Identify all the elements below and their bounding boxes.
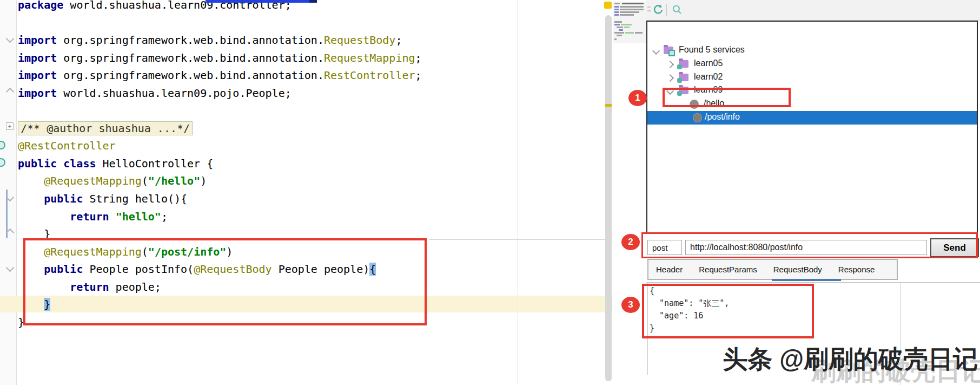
- inspection-status-square[interactable]: [604, 2, 612, 9]
- code-line[interactable]: [18, 14, 422, 32]
- minimap-bar: [619, 29, 623, 31]
- minimap-bar: [614, 21, 622, 23]
- tree-row-label: Found 5 services: [679, 45, 745, 55]
- minimap-bar: [614, 3, 620, 4]
- fold-marker-icon[interactable]: +: [6, 122, 14, 130]
- minimap-bar: [620, 14, 634, 16]
- minimap-bar: [621, 24, 632, 25]
- minimap-bar: [620, 11, 639, 13]
- code-line[interactable]: [18, 102, 422, 120]
- code-minimap[interactable]: [613, 2, 646, 43]
- right-margin-guide: [517, 0, 518, 385]
- annotation-box-code: [23, 238, 427, 325]
- minimap-bar: [614, 11, 619, 13]
- tree-row-learn05[interactable]: learn05: [647, 57, 977, 71]
- warning-stripe-marker[interactable]: [605, 104, 612, 107]
- spring-bean-gutter-icon[interactable]: [0, 141, 5, 149]
- editor-gutter: +: [0, 0, 17, 385]
- folder-badge-icon: [677, 64, 682, 69]
- minimap-bar: [622, 3, 644, 4]
- annotation-badge-3: 3: [621, 297, 640, 313]
- tree-row--post-info[interactable]: /post/info: [647, 111, 977, 125]
- body-panel-border: [646, 282, 980, 283]
- code-line[interactable]: import world.shuashua.learn09.pojo.Peopl…: [18, 84, 422, 102]
- divider-line: [429, 239, 612, 240]
- tree-row-found-5-services[interactable]: Found 5 services: [647, 44, 977, 57]
- code-line[interactable]: import org.springframework.web.bind.anno…: [18, 31, 422, 49]
- minimap-bar: [617, 27, 623, 28]
- tree-row-learn02[interactable]: learn02: [647, 71, 977, 84]
- endpoint-icon: [693, 113, 702, 122]
- annotation-box-3: [642, 284, 814, 338]
- code-editor[interactable]: + package world.shuashua.learn09.control…: [0, 0, 646, 385]
- fold-marker-icon[interactable]: [6, 88, 15, 96]
- code-line[interactable]: @RequestMapping("/hello"): [18, 172, 422, 190]
- editor-tab-indicator-end: [309, 0, 317, 3]
- minimap-bar: [614, 9, 619, 10]
- services-tree[interactable]: Found 5 serviceslearn05learn02learn09/he…: [646, 21, 978, 232]
- code-line[interactable]: /** @author shuashua ...*/: [18, 120, 422, 138]
- module-folder-icon: [679, 74, 688, 81]
- tree-row-label: learn02: [694, 72, 723, 82]
- chevron-down-icon[interactable]: [652, 47, 660, 55]
- ide-screenshot: + package world.shuashua.learn09.control…: [0, 0, 980, 385]
- code-line[interactable]: import org.springframework.web.bind.anno…: [18, 49, 422, 67]
- minimap-bar: [614, 24, 620, 25]
- annotation-box-1: [663, 88, 791, 107]
- folder-badge-icon: [668, 50, 675, 56]
- code-line[interactable]: import org.springframework.web.bind.anno…: [18, 67, 422, 84]
- minimap-bar: [614, 38, 617, 40]
- spring-bean-gutter-icon[interactable]: [0, 158, 5, 167]
- tab-requestparams[interactable]: RequestParams: [699, 265, 757, 274]
- folder-badge-icon: [677, 78, 682, 83]
- annotation-badge-1: 1: [628, 90, 647, 106]
- code-line[interactable]: public class HelloController {: [18, 155, 422, 173]
- fold-marker-icon[interactable]: [6, 264, 15, 272]
- code-line[interactable]: return "hello";: [18, 208, 422, 226]
- code-line[interactable]: public String hello(){: [18, 190, 422, 208]
- search-icon[interactable]: [671, 4, 683, 16]
- tab-response[interactable]: Response: [838, 265, 875, 274]
- minimap-bar: [620, 6, 644, 8]
- editor-scrollbar[interactable]: [605, 15, 612, 381]
- body-panel-border: [900, 282, 901, 385]
- fold-marker-icon[interactable]: [6, 35, 15, 43]
- minimap-bar: [614, 14, 619, 16]
- module-folder-icon: [664, 47, 673, 54]
- minimap-bar: [614, 6, 619, 8]
- active-tab-underline: [772, 279, 841, 281]
- toolbar-gripper[interactable]: [647, 6, 651, 8]
- tab-header[interactable]: Header: [656, 265, 683, 274]
- refresh-icon[interactable]: [652, 4, 664, 16]
- minimap-bar: [635, 32, 643, 34]
- request-tabs: HeaderRequestParamsRequestBodyResponse: [647, 259, 898, 280]
- toolbar-separator: [666, 4, 667, 16]
- annotation-badge-2: 2: [621, 234, 640, 250]
- code-line[interactable]: @RestController: [18, 137, 422, 155]
- tree-row-label: learn05: [694, 58, 723, 68]
- watermark: 刷刷的破壳日记 头条 @刷刷的破壳日记: [601, 331, 980, 385]
- minimap-bar: [625, 32, 634, 34]
- annotation-box-2: [641, 232, 978, 258]
- minimap-bar: [614, 32, 624, 34]
- module-folder-icon: [679, 60, 688, 68]
- watermark-text: 头条 @刷刷的破壳日记: [723, 343, 978, 376]
- toolbar-gripper[interactable]: [647, 10, 651, 11]
- tab-requestbody[interactable]: RequestBody: [773, 265, 822, 274]
- tree-row-label: /post/info: [705, 112, 740, 122]
- editor-tab-indicator: [206, 0, 309, 3]
- minimap-bar: [620, 9, 644, 10]
- services-toolbar: [646, 0, 980, 21]
- watermark-echo: 刷刷的破壳日记: [811, 355, 980, 385]
- chevron-right-icon[interactable]: [666, 74, 674, 82]
- chevron-right-icon[interactable]: [666, 61, 674, 68]
- minimap-bar: [624, 27, 630, 28]
- minimap-bar: [617, 35, 622, 36]
